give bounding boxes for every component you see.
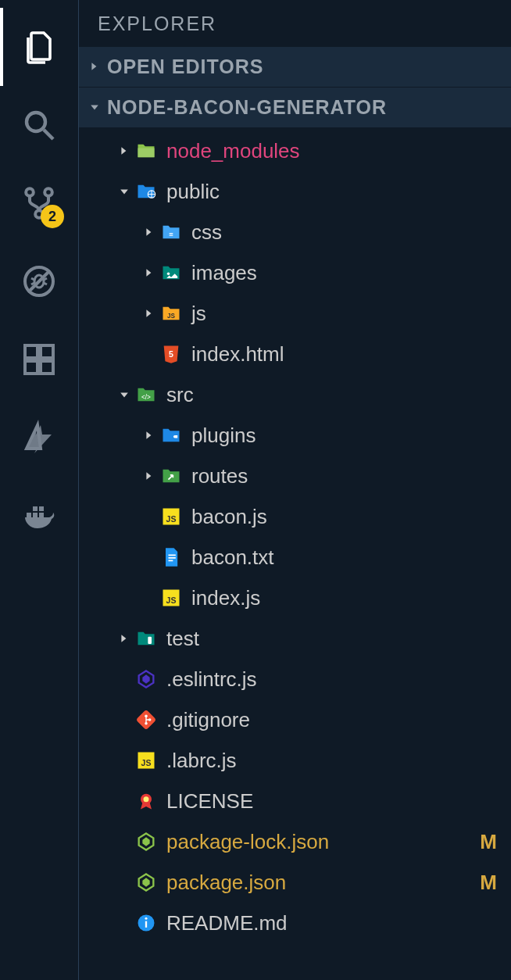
files-icon — [20, 28, 58, 66]
section-project[interactable]: NODE-BACON-GENERATOR — [79, 87, 511, 127]
svg-rect-51 — [145, 921, 147, 928]
tree-label: src — [160, 383, 194, 407]
activity-docker[interactable] — [0, 477, 78, 555]
activity-azure[interactable] — [0, 399, 78, 477]
git-file-icon — [132, 709, 160, 731]
svg-text:≡: ≡ — [169, 231, 173, 238]
text-file-icon — [157, 546, 185, 568]
tree-label: plugins — [185, 424, 256, 448]
svg-point-2 — [26, 188, 34, 196]
npm-file-icon — [132, 871, 160, 893]
svg-rect-30 — [169, 555, 176, 556]
chevron-right-icon — [141, 309, 157, 318]
svg-text:JS: JS — [166, 596, 177, 605]
svg-rect-13 — [25, 361, 38, 374]
svg-line-11 — [44, 283, 47, 284]
tree-label: public — [160, 180, 220, 204]
activity-extensions[interactable] — [0, 320, 78, 399]
tree-file-index-js[interactable]: JS index.js — [79, 578, 511, 618]
svg-text:JS: JS — [167, 313, 176, 320]
section-label: OPEN EDITORS — [107, 55, 263, 78]
folder-node-icon — [132, 140, 160, 162]
svg-rect-14 — [41, 361, 53, 374]
activity-search[interactable] — [0, 86, 78, 164]
tree-file-gitignore[interactable]: .gitignore — [79, 699, 511, 740]
chevron-down-icon — [116, 390, 132, 399]
svg-rect-20 — [39, 506, 44, 511]
svg-rect-19 — [33, 506, 38, 511]
folder-public-icon — [132, 181, 160, 202]
tree-label: node_modules — [160, 139, 300, 163]
tree-folder-node-modules[interactable]: node_modules — [79, 131, 511, 171]
explorer-sidebar: EXPLORER OPEN EDITORS NODE-BACON-GENERAT… — [78, 0, 511, 980]
extensions-icon — [20, 341, 58, 378]
tree-label: package-lock.json — [160, 830, 329, 854]
js-file-icon: JS — [157, 506, 185, 528]
tree-file-package-lock[interactable]: package-lock.json M — [79, 821, 511, 862]
tree-file-eslintrc[interactable]: .eslintrc.js — [79, 659, 511, 699]
tree-folder-css[interactable]: ≡ css — [79, 212, 511, 252]
folder-css-icon: ≡ — [157, 221, 185, 243]
search-icon — [20, 106, 58, 144]
chevron-right-icon — [141, 471, 157, 481]
tree-folder-routes[interactable]: routes — [79, 456, 511, 496]
svg-text:JS: JS — [141, 758, 152, 767]
svg-rect-17 — [33, 513, 38, 517]
svg-point-45 — [144, 796, 149, 802]
folder-images-icon — [157, 262, 185, 284]
activity-explorer[interactable] — [0, 8, 78, 86]
tree-label: bacon.txt — [185, 545, 274, 570]
svg-rect-12 — [25, 345, 38, 358]
tree-label: images — [185, 261, 257, 285]
tree-folder-public[interactable]: public — [79, 171, 511, 212]
section-label: NODE-BACON-GENERATOR — [107, 96, 387, 119]
tree-file-bacon-js[interactable]: JS bacon.js — [79, 496, 511, 537]
tree-label: package.json — [160, 871, 286, 895]
tree-label: routes — [185, 464, 248, 488]
git-status-modified: M — [480, 871, 497, 895]
chevron-right-icon — [116, 634, 132, 643]
tree-label: test — [160, 627, 199, 651]
no-bug-icon — [20, 263, 58, 300]
tree-label: README.md — [160, 911, 288, 935]
activity-scm[interactable]: 2 — [0, 164, 78, 242]
section-open-editors[interactable]: OPEN EDITORS — [79, 46, 511, 87]
svg-rect-32 — [169, 560, 173, 562]
tree-folder-src[interactable]: </> src — [79, 374, 511, 415]
svg-marker-47 — [142, 837, 149, 846]
svg-marker-37 — [142, 674, 149, 684]
tree-file-labrc[interactable]: JS .labrc.js — [79, 740, 511, 781]
tree-folder-test[interactable]: test — [79, 618, 511, 659]
tree-folder-images[interactable]: images — [79, 252, 511, 293]
tree-label: css — [185, 220, 222, 245]
scm-badge: 2 — [41, 205, 64, 228]
file-tree: node_modules public ≡ css images — [79, 127, 511, 943]
svg-point-3 — [45, 188, 52, 196]
azure-icon — [20, 419, 58, 456]
tree-folder-plugins[interactable]: plugins — [79, 415, 511, 456]
activity-debug[interactable] — [0, 242, 78, 320]
folder-plugins-icon — [157, 424, 185, 446]
chevron-down-icon — [90, 101, 107, 115]
svg-text:5: 5 — [169, 349, 173, 359]
tree-folder-js[interactable]: JS js — [79, 293, 511, 334]
tree-file-readme[interactable]: README.md — [79, 903, 511, 943]
svg-line-9 — [44, 278, 47, 280]
tree-label: LICENSE — [160, 789, 253, 814]
tree-file-license[interactable]: LICENSE — [79, 781, 511, 821]
activity-bar: 2 — [0, 0, 78, 980]
svg-line-10 — [31, 283, 34, 284]
tree-label: .labrc.js — [160, 749, 237, 773]
tree-file-package-json[interactable]: package.json M — [79, 862, 511, 903]
chevron-right-icon — [141, 227, 157, 237]
svg-line-1 — [44, 130, 53, 139]
svg-rect-16 — [27, 513, 31, 517]
tree-label: js — [185, 302, 206, 326]
svg-line-8 — [31, 278, 34, 280]
folder-routes-icon — [157, 465, 185, 487]
tree-label: bacon.js — [185, 505, 267, 529]
folder-js-icon: JS — [157, 302, 185, 324]
tree-file-index-html[interactable]: 5 index.html — [79, 334, 511, 374]
tree-file-bacon-txt[interactable]: bacon.txt — [79, 537, 511, 578]
svg-point-52 — [145, 917, 147, 920]
